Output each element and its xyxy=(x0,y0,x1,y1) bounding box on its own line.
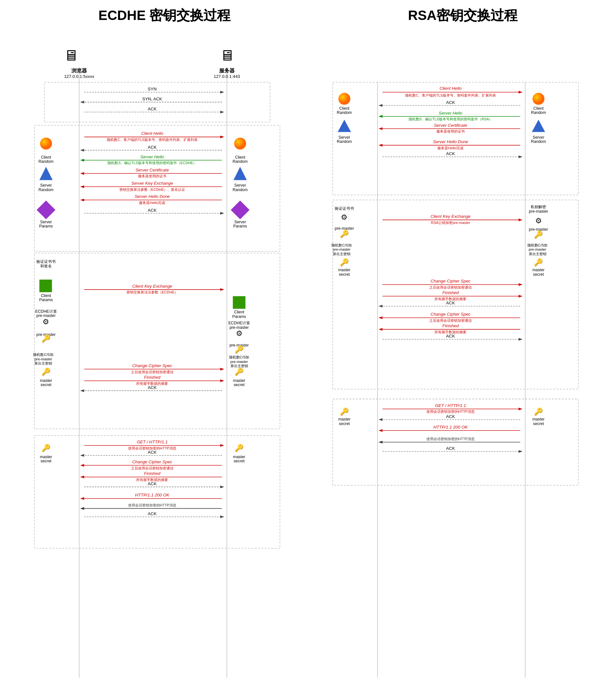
server-random-triangle-right xyxy=(233,167,246,180)
rsa-server-cert-sublabel: 服务器使用的证书 xyxy=(436,129,465,133)
client-random-circle-right xyxy=(234,138,246,150)
server-params-label-right: Server xyxy=(234,220,246,224)
rsa-master-secret-r2: secret xyxy=(533,272,544,277)
ack-label: ACK xyxy=(148,107,157,111)
title-rsa: RSA密钥交换过程 xyxy=(408,6,518,24)
key-exchange-section-box xyxy=(35,253,280,428)
rsa-key-left: 🔑 xyxy=(340,229,349,238)
ack7-arrow xyxy=(220,515,224,518)
master-secret-label-left: master xyxy=(40,378,52,383)
rsa-server-random-label-r: Server xyxy=(533,135,544,140)
rsa-key-right: 🔑 xyxy=(534,230,543,239)
browser-ip: 127.0.0.1:5xxxx xyxy=(64,74,94,79)
rsa-verify-label: 验证证书书 xyxy=(335,206,354,211)
server-random-label-left: Server xyxy=(40,183,52,187)
server-cert-sublabel: 服务器使用的证书 xyxy=(138,174,167,178)
rsa-ack3-label: ACK xyxy=(446,301,455,305)
rsa-ack4-arrow xyxy=(519,338,522,340)
app-master-label-right: master xyxy=(233,455,245,459)
ack2-arrow xyxy=(80,149,84,152)
rsa-get-label: GET / HTTP/1.1 xyxy=(435,403,466,408)
rsa-master-secret-r: master xyxy=(532,268,545,272)
finished2-arrow xyxy=(80,476,84,478)
syn-arrow xyxy=(220,91,224,93)
rsa-change-cipher2-label: Change Cipher Spec xyxy=(431,312,471,316)
rsa-server-hello-done-label: Server Hello Done xyxy=(433,139,468,144)
http-msg-label: 使用会话密钥加密的HTTP消息 xyxy=(128,503,177,507)
rsa-client-key-ex-label: Client Key Exchange xyxy=(431,214,470,219)
rsa-master-key-left: 🔑 xyxy=(340,258,349,267)
finished-label: Finished xyxy=(144,375,160,380)
key-right: 🔑 xyxy=(235,345,244,354)
browser-label: 浏览器 xyxy=(71,68,87,73)
server-random-label-left2: Random xyxy=(39,187,54,192)
rsa-server-hello-sublabel: 随机数S、确认TLS版本号和使用的密码套件（RSA） xyxy=(409,117,493,121)
syn-ack-label: SYN, ACK xyxy=(142,96,162,101)
rsa-change-cipher2-arrow xyxy=(378,316,382,319)
server-hello-sublabel: 随机数S、确认TLS版本号和使用的密码套件（ECDHE） xyxy=(108,161,197,165)
rsa-client-hello-sublabel: 随机数C、客户端的TLS版本号、密码套件列表、扩展列表 xyxy=(405,93,496,97)
ack4-label: ACK xyxy=(148,385,157,390)
calc-master-label-right: 随机数C/S加 xyxy=(229,355,249,359)
ack7-label: ACK xyxy=(148,511,157,516)
app-key-right: 🔑 xyxy=(235,443,244,452)
ecdhe-label-right: ECDHE计算 xyxy=(228,321,250,325)
rsa-http-msg-label: 使用会话密钥加密的HTTP消息 xyxy=(426,437,475,441)
rsa-finished2-arrow xyxy=(378,328,382,330)
rsa-client-random-label-r: Client xyxy=(533,106,544,111)
server-random-label-right2: Random xyxy=(233,187,248,192)
client-random-label-right2: Random xyxy=(233,159,248,164)
key-left: 🔑 xyxy=(42,334,51,343)
rsa-server-hello-label: Server Hello xyxy=(439,111,462,115)
rsa-client-random-label-l2: Random xyxy=(337,110,352,115)
calc-master-label-left3: 算出主密钥 xyxy=(35,361,52,365)
server-hello-done-label: Server Hello Done xyxy=(134,194,170,199)
client-hello-sublabel: 随机数C、客户端的TLS版本号、密码套件列表、扩展列表 xyxy=(107,138,198,141)
calc-master-label-left: 随机数C/S加 xyxy=(33,353,53,356)
rsa-calc-left2: pre-master xyxy=(333,247,351,251)
rsa-calc-left3: 算出主密钥 xyxy=(333,252,351,256)
master-key-right: 🔑 xyxy=(235,367,244,376)
client-key-ex-sublabel: 密钥交换算法法参数（ECDHE） xyxy=(127,290,178,294)
rsa-app-master-r: master xyxy=(532,417,545,421)
server-random-triangle-left xyxy=(39,167,52,180)
ack5-label: ACK xyxy=(148,450,157,455)
title-ecdhe: ECDHE 密钥交换过程 xyxy=(98,6,231,24)
http-msg-arrow xyxy=(80,507,84,510)
rsa-http200-arrow xyxy=(378,429,382,432)
server-key-ex-sublabel: 密钥交换算法参数（ECDHE）、签名认证 xyxy=(119,187,185,192)
rsa-gear-right: ⚙ xyxy=(535,217,542,225)
rsa-server-random-label-r2: Random xyxy=(531,139,546,144)
rsa-ack2-arrow xyxy=(519,155,522,158)
rsa-client-key-ex-sublabel: RSA公钥加密pre-master xyxy=(431,221,470,225)
change-cipher2-label: Change Cipher Spec xyxy=(132,460,173,464)
server-params-label-left: Server xyxy=(40,220,52,224)
rsa-client-hello-label: Client Hello xyxy=(440,86,462,91)
rsa-master-key-right: 🔑 xyxy=(534,258,543,267)
client-params-label-right: Client xyxy=(234,310,244,314)
rsa-finished2-label: Finished xyxy=(442,323,459,328)
rsa-ack6-label: ACK xyxy=(446,446,455,451)
rsa-panel: Client Random Client Hello 随机数C、客户端的TLS版… xyxy=(308,31,606,685)
master-secret-label-right2: secret xyxy=(234,382,245,387)
rsa-ack2-label: ACK xyxy=(446,151,455,156)
ack-arrow xyxy=(220,111,224,113)
syn-ack-arrow xyxy=(80,101,84,103)
app-section-box xyxy=(35,436,280,549)
rsa-app-master-l2: secret xyxy=(339,421,350,426)
ecdhe-diagram: 🖥 🖥 浏览器 127.0.0.1:5xxxx 服务器 127.0.0.1:44… xyxy=(15,34,303,681)
rsa-server-cert-arrow xyxy=(378,127,382,130)
rsa-ack4-label: ACK xyxy=(446,334,455,338)
change-cipher-sublabel: 之后改用会话密钥加密通信 xyxy=(131,370,174,374)
ack6-arrow xyxy=(220,486,224,488)
client-params-square-right xyxy=(233,296,245,309)
rsa-client-random-left xyxy=(338,93,350,105)
change-cipher2-arrow xyxy=(80,464,84,466)
rsa-app-key-right: 🔑 xyxy=(534,407,543,416)
rsa-ack6-arrow xyxy=(519,450,522,453)
server-cert-label: Server Certificate xyxy=(135,168,169,173)
client-hello-label: Client Hello xyxy=(141,131,163,136)
titles-row: ECDHE 密钥交换过程 RSA密钥交换过程 xyxy=(10,6,606,24)
server-params-diamond-right xyxy=(231,200,249,219)
server-label: 服务器 xyxy=(219,68,235,73)
